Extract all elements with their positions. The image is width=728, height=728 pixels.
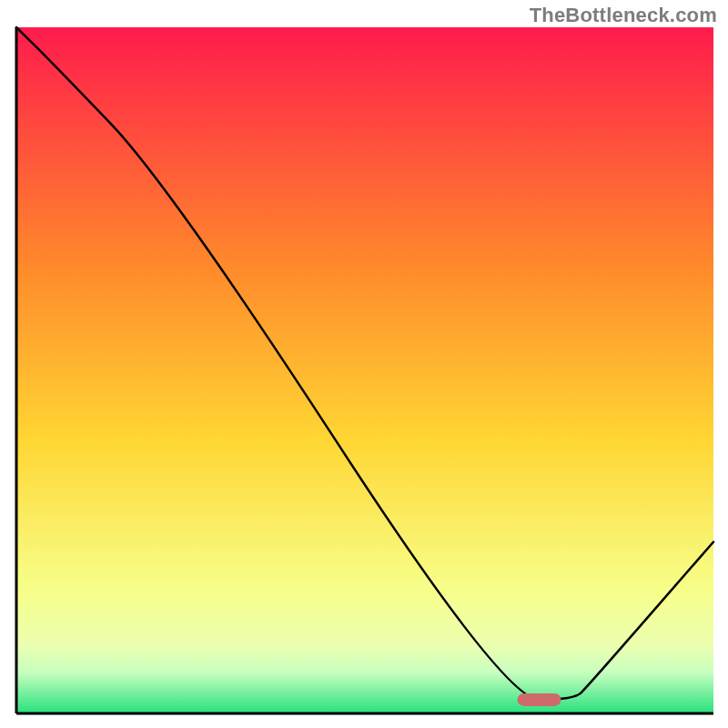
plot-background-gradient xyxy=(16,27,713,713)
bottleneck-chart xyxy=(0,0,728,728)
watermark-text: TheBottleneck.com xyxy=(530,4,717,27)
optimal-marker xyxy=(518,693,561,706)
